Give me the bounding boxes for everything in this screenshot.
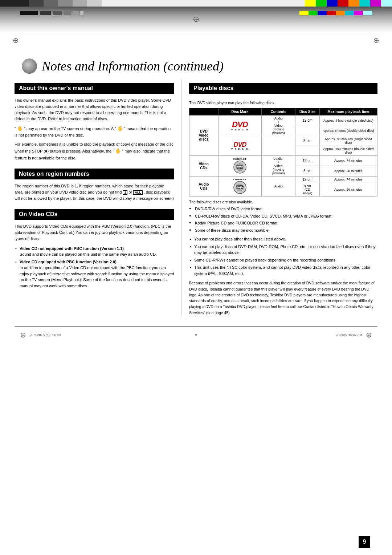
color-block-6 [87,0,102,7]
vcd-disc-svg: DIGITAL VIDEO [233,161,246,174]
symbol-2: 🖐 [117,126,123,131]
sq-orange [336,11,345,15]
page-title-text: Notes and Information (continued) [42,58,224,74]
symbol-1: 🖐 [17,126,23,131]
video-cds-list: Video CD not equipped with PBC function … [15,246,174,289]
also-available-2: CD-R/CD-RW discs of CD-DA, Video CD, SVC… [189,213,377,219]
dvd-big-text-8: DVD [233,141,246,148]
dvd-video-text: V I D E O [231,129,249,131]
video-cd-item-2-title: Video CD equipped with PBC function (Ver… [20,260,117,264]
compact-label: COMPACT [220,158,260,161]
color-block-red [338,0,348,7]
header-band: ⊕ [0,7,392,33]
color-block-blue [327,0,338,7]
vcd-12-time: Approx. 74 minutes [319,155,377,166]
footer-left-text: 2F60201A [E] P06-09 [26,333,195,337]
bar-3 [53,11,62,15]
video-cd-item-2-text: In addition to operation of a Video CD n… [20,266,174,288]
acd-8-time: Approx. 20 minutes [319,183,377,196]
footer-right-text: 2/22/05, 10:47 AM [197,333,366,337]
col-header-disc-mark: Disc Mark [218,108,262,115]
acd-12-time: Approx. 74 minutes [319,176,377,183]
color-block-3 [44,0,58,7]
dvd-12-mark: DVD V I D E O [218,115,262,136]
vcd-8-time: Approx. 20 minutes [319,166,377,177]
symbol-3: 🖐 [115,148,121,154]
sq-cyan [345,11,354,15]
on-video-cds-heading: On Video CDs [15,209,174,220]
footer-area: ⊕ 2F60201A [E] P06-09 9 2/22/05, 10:47 A… [0,327,392,339]
color-block-cyan [359,0,370,7]
table-row-acd-12: AudioCDs COMPACT DIGITAL AUDIO [189,176,377,183]
acd-12-contents: Audio [262,176,295,196]
page-title-area: Notes and Information (continued) [0,48,392,79]
color-block-4 [58,0,73,7]
crosshair-top-left: ⊕ [13,36,19,45]
playable-discs-intro: This DVD video player can play the follo… [189,100,377,106]
acd-12-size: 12 cm [295,176,319,183]
page-title: Notes and Information (continued) [22,58,370,74]
color-squares-right [299,11,372,15]
crosshair-top-right: ⊕ [373,36,379,45]
vcd-8-size: 8 cm [295,166,319,177]
dvd-12-size-b [295,126,319,136]
region-numbers-text: The region number of this DVD is 1. If r… [15,183,174,202]
about-para-3: For example, sometimes it is unable to s… [15,141,174,161]
discs-table: Disc Mark Contents Disc Size Maximum pla… [189,108,377,197]
svg-text:VIDEO: VIDEO [237,167,243,169]
bar-2 [40,11,51,15]
table-row-dvd-12: DVDvideodiscs DVD V I D E O Audio+Video(… [189,115,377,126]
note-4: This unit uses the NTSC color system, an… [189,264,377,276]
svg-text:DIGITAL: DIGITAL [236,185,244,187]
crosshair-bottom-right: ⊕ [366,331,372,339]
acd-logo-area: COMPACT DIGITAL AUDIO [220,178,260,194]
region-symbol-1: 1 [123,190,127,195]
dvd-8-size-b [295,146,319,155]
sq-yellow [299,11,309,15]
dvd-video-text-8: V I D E O [231,148,249,150]
color-block-space [102,0,305,7]
dvd-8-mark: DVD V I D E O [218,136,262,155]
region-numbers-heading: Notes on region numbers [15,169,174,179]
page-number-box: 9 [359,536,370,548]
also-available-list: DVD-R/RW discs of DVD video format CD-R/… [189,206,377,233]
col-header-contents: Contents [262,108,295,115]
vcd-12-size: 12 cm [295,155,319,166]
about-manual-text: This owner's manual explains the basic i… [15,97,174,161]
right-column: Playable discs This DVD video player can… [181,79,377,316]
playable-discs-heading: Playable discs [189,83,377,94]
title-icon [22,58,37,74]
note-2: You cannot play discs of DVD-RAM, DVD-RO… [189,244,377,256]
following-discs-label: The following discs are also available. [189,199,377,205]
bar-6 [80,11,83,15]
dvd-logo-8: DVD V I D E O [220,141,260,150]
note-1: You cannot play discs other than those l… [189,236,377,242]
also-available-3: Kodak Picture CD and FUJICOLOR CD format [189,220,377,226]
color-block-yellow [305,0,316,7]
col-header-rowlabel [189,108,219,115]
color-block-magenta [370,0,381,7]
dvd-row-label: DVDvideodiscs [189,115,219,155]
dvd-12-size: 12 cm [295,115,319,126]
sq-green [309,11,318,15]
top-crosshair-row: ⊕ ⊕ [0,33,392,48]
dvd-8-contents [262,136,295,155]
sq-red [327,11,336,15]
acd-12-mark: COMPACT DIGITAL AUDIO [218,176,262,196]
color-bar-top [0,0,392,7]
region-para: The region number of this DVD is 1. If r… [15,183,174,202]
compact-label-acd: COMPACT [220,178,260,181]
because-text: Because of problems and errors that can … [189,280,377,316]
video-cd-item-1: Video CD not equipped with PBC function … [15,246,174,258]
footer-content: ⊕ 2F60201A [E] P06-09 9 2/22/05, 10:47 A… [0,327,392,339]
sq-magenta [354,11,363,15]
svg-text:DIGITAL: DIGITAL [236,165,244,167]
bar-4 [64,11,71,15]
col-header-playback-time: Maximum playback time [319,108,377,115]
playable-notes-list: You cannot play discs other than those l… [189,236,377,276]
col-header-disc-size: Disc Size [295,108,319,115]
video-cd-item-2: Video CD equipped with PBC function (Ver… [15,259,174,289]
about-manual-heading: About this owner's manual [15,83,174,94]
bar-5 [73,11,78,15]
about-para-1: This owner's manual explains the basic i… [15,97,174,122]
